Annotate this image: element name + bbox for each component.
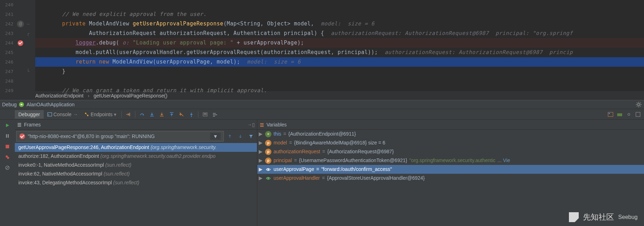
svg-rect-34 [260, 126, 264, 127]
frame-item[interactable]: authorize:182, AuthorizationEndpoint (or… [15, 152, 257, 161]
run-to-cursor-button[interactable] [187, 110, 196, 119]
expand-icon[interactable]: ▶ [259, 174, 263, 183]
svg-rect-22 [636, 112, 640, 117]
resume-button[interactable] [4, 122, 11, 129]
debug-tool-window-title[interactable]: Debug AlanOAuthApplication [0, 100, 644, 109]
settings-icon[interactable] [626, 111, 632, 118]
variable-item[interactable]: ▶ p authorizationRequest = {Authorizatio… [257, 147, 644, 156]
filter-frames-button[interactable] [246, 132, 256, 141]
stop-button[interactable] [4, 143, 11, 150]
fold-icon[interactable]: └ [25, 67, 31, 76]
svg-rect-15 [213, 113, 216, 114]
tab-console[interactable]: Console → [44, 110, 81, 119]
line-number: 241 [0, 10, 16, 19]
code-line[interactable]: 244 logger.debug( o: "Loading user appro… [0, 38, 644, 48]
step-into-button[interactable] [147, 110, 157, 119]
code-line-current[interactable]: 246 return new ModelAndView(userApproval… [0, 57, 644, 67]
line-number: 248 [0, 76, 16, 86]
fold-icon[interactable]: — [25, 19, 31, 29]
gear-icon[interactable] [636, 101, 642, 108]
frame-item[interactable]: invoke:43, DelegatingMethodAccessorImpl … [15, 178, 257, 187]
overhead-icon[interactable] [617, 111, 623, 118]
memory-view-icon[interactable] [607, 111, 614, 118]
parameter-icon: p [265, 157, 271, 164]
step-out-button[interactable] [167, 110, 176, 119]
code-line[interactable]: 248 [0, 76, 644, 86]
thread-selector[interactable]: "http-nio-8080-exec-4"@6,870 in group "m… [16, 131, 224, 142]
expand-icon[interactable]: ▶ [259, 156, 263, 165]
code-line[interactable]: 247└ } [0, 67, 644, 76]
next-frame-button[interactable] [236, 132, 245, 141]
expand-icon[interactable]: ▶ [259, 147, 263, 156]
trace-button[interactable] [210, 110, 220, 119]
force-step-into-button[interactable] [157, 110, 166, 119]
svg-rect-8 [170, 112, 173, 113]
svg-rect-2 [48, 113, 52, 116]
svg-rect-12 [204, 114, 204, 115]
parameter-icon: p [265, 140, 271, 146]
chevron-down-icon[interactable]: ▼ [210, 133, 221, 140]
frames-panel: Frames →▯ "http-nio-8080-exec-4"@6,870 i… [15, 120, 257, 226]
code-editor[interactable]: 240 241 // We need explicit approval fro… [0, 0, 644, 91]
svg-rect-6 [150, 116, 154, 117]
debug-actions-rail [0, 120, 15, 226]
show-execution-point-button[interactable] [124, 110, 133, 119]
svg-rect-20 [617, 113, 622, 116]
pause-button[interactable] [4, 132, 11, 139]
code-comment: // We need explicit approval from the us… [62, 11, 207, 17]
svg-point-21 [628, 113, 630, 115]
line-number: 246 [0, 57, 16, 67]
svg-point-36 [268, 178, 269, 179]
frame-item[interactable]: invoke0:-1, NativeMethodAccessorImpl (su… [15, 161, 257, 170]
code-line[interactable]: 249 // We can grant a token and return i… [0, 86, 644, 95]
variable-item[interactable]: ▶ ≡ this = {AuthorizationEndpoint@6911} [257, 130, 644, 138]
fold-icon[interactable]: ┌ [25, 29, 31, 38]
svg-rect-14 [206, 114, 207, 115]
evaluate-expression-button[interactable] [201, 110, 210, 119]
inline-hint: model: size = 6 [247, 59, 301, 65]
inline-hint: authorizationRequest: AuthorizationReque… [331, 30, 573, 36]
expand-icon[interactable]: ▶ [259, 130, 263, 138]
code-line[interactable]: 242@— private ModelAndView getUserApprov… [0, 19, 644, 29]
svg-rect-13 [205, 114, 206, 115]
restore-layout-icon[interactable]: →▯ [247, 122, 255, 127]
view-link[interactable]: ... Vie [498, 156, 510, 165]
line-number: 245 [0, 48, 16, 57]
code-line[interactable]: 240 [0, 0, 644, 10]
mute-breakpoints-button[interactable] [4, 164, 11, 171]
line-number: 244 [0, 38, 16, 48]
tab-debugger[interactable]: Debugger [15, 110, 44, 119]
svg-rect-18 [608, 112, 613, 117]
drop-frame-button[interactable] [177, 110, 186, 119]
pin-icon[interactable] [635, 111, 641, 118]
svg-rect-33 [260, 125, 264, 125]
svg-point-1 [638, 103, 640, 106]
run-config-name: AlanOAuthApplication [26, 102, 74, 107]
frame-item[interactable]: invoke:62, NativeMethodAccessorImpl (sun… [15, 170, 257, 178]
spring-icon [19, 102, 24, 107]
code-line[interactable]: 241 // We need explicit approval from th… [0, 10, 644, 19]
variable-item[interactable]: ▶ userApprovalPage = "forward:/oauth/con… [257, 165, 644, 174]
step-over-button[interactable] [137, 110, 147, 119]
expand-icon[interactable]: ▶ [259, 165, 263, 174]
code-line[interactable]: 245 model.putAll(userApprovalHandler.get… [0, 48, 644, 57]
variable-item[interactable]: ▶ userApprovalHandler = {ApprovalStoreUs… [257, 174, 644, 183]
code-line[interactable]: 243┌ AuthorizationRequest authorizationR… [0, 29, 644, 38]
field-icon [265, 166, 271, 173]
svg-rect-25 [6, 145, 9, 148]
code-comment: // We can grant a token and return it wi… [62, 87, 267, 94]
keyword: private [62, 20, 86, 27]
frame-item[interactable]: getUserApprovalPageResponse:246, Authori… [15, 143, 257, 152]
variable-item[interactable]: ▶ p principal = {UsernamePasswordAuthent… [257, 156, 644, 165]
variable-item[interactable]: ▶ p model = {BindingAwareModelMap@6918} … [257, 138, 644, 147]
view-breakpoints-button[interactable] [4, 154, 11, 161]
prev-frame-button[interactable] [225, 132, 234, 141]
breakpoint-icon [19, 133, 25, 139]
line-number: 240 [0, 0, 16, 10]
parameter-icon: p [265, 149, 271, 155]
expand-icon[interactable]: ▶ [259, 138, 263, 147]
override-icon[interactable]: @ [17, 20, 24, 28]
breakpoint-icon[interactable] [18, 40, 23, 46]
frame-list[interactable]: getUserApprovalPageResponse:246, Authori… [15, 143, 257, 226]
tab-endpoints[interactable]: Endpoints ▾ [81, 110, 119, 119]
